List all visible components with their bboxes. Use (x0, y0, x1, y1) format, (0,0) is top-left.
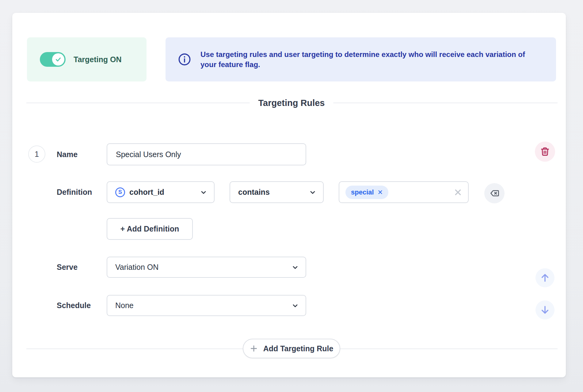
clear-values-icon[interactable] (454, 188, 462, 196)
add-targeting-rule-button[interactable]: Add Targeting Rule (243, 339, 340, 358)
schedule-select[interactable]: None (107, 295, 306, 316)
name-label: Name (57, 143, 78, 165)
serve-value: Variation ON (115, 263, 158, 272)
serve-label: Serve (57, 257, 78, 278)
rule-name-input[interactable]: Special Users Only (107, 143, 306, 165)
toggle-knob (52, 53, 64, 66)
move-rule-down-button[interactable] (535, 300, 554, 319)
chevron-down-icon (309, 189, 316, 196)
serve-select[interactable]: Variation ON (107, 257, 306, 278)
definition-operator-select[interactable]: contains (230, 181, 324, 203)
definition-values-input[interactable]: special (339, 181, 469, 203)
info-banner-text: Use targeting rules and user targeting t… (200, 49, 541, 70)
plus-icon (250, 345, 258, 352)
trash-icon (540, 147, 550, 156)
definition-label: Definition (57, 181, 92, 203)
delete-rule-button[interactable] (535, 141, 555, 162)
check-icon (55, 56, 62, 63)
targeting-status-label: Targeting ON (74, 55, 121, 64)
add-targeting-rule-label: Add Targeting Rule (263, 344, 333, 353)
definition-field-select[interactable]: S cohort_id (107, 181, 215, 203)
schedule-value: None (115, 301, 134, 310)
value-chip-label: special (351, 188, 374, 196)
chevron-down-icon (292, 302, 299, 309)
value-chip: special (345, 186, 388, 199)
arrow-down-icon (539, 304, 551, 315)
targeting-card: Targeting ON Use targeting rules and use… (12, 13, 566, 377)
rule-number-badge: 1 (28, 145, 45, 163)
section-title: Targeting Rules (250, 97, 333, 108)
remove-value-icon[interactable] (378, 190, 383, 195)
add-definition-button[interactable]: + Add Definition (107, 218, 193, 240)
chevron-down-icon (200, 189, 207, 196)
targeting-toggle[interactable] (40, 52, 66, 67)
operator-value: contains (238, 188, 270, 197)
info-banner: Use targeting rules and user targeting t… (166, 37, 556, 81)
backspace-icon (490, 188, 499, 198)
targeting-status-panel: Targeting ON (27, 37, 147, 81)
statsig-field-icon: S (115, 187, 125, 197)
chevron-down-icon (292, 264, 299, 271)
info-icon (178, 53, 191, 66)
move-rule-up-button[interactable] (535, 268, 554, 287)
remove-definition-button[interactable] (484, 183, 505, 203)
definition-field-value: cohort_id (129, 188, 164, 197)
arrow-up-icon (539, 272, 551, 283)
schedule-label: Schedule (57, 295, 91, 316)
